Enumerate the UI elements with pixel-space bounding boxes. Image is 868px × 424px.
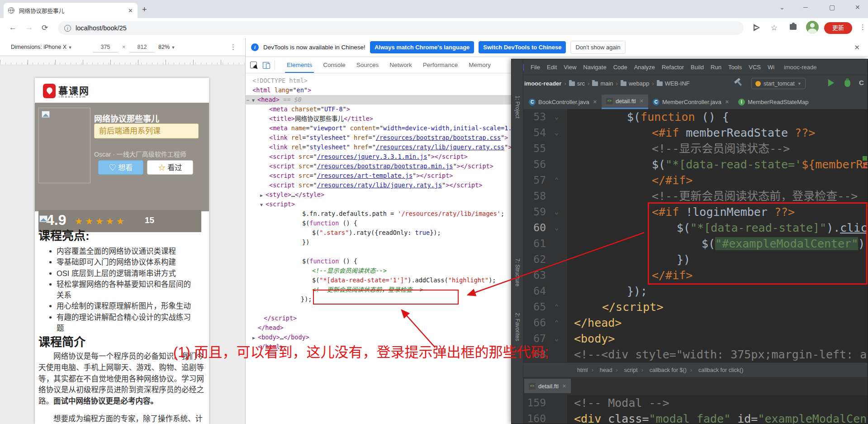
nav-crumb-webapp[interactable]: webapp — [621, 80, 650, 87]
run-config-select[interactable]: start_tomcat ▼ — [751, 78, 806, 89]
editor-line-55[interactable]: 55<!--显示会员阅读状态--> — [512, 141, 868, 157]
menu-file[interactable]: File — [531, 64, 540, 71]
device-zoom-select[interactable]: 82% ▼ — [158, 44, 175, 50]
chrome-menu-kebab-icon[interactable]: ⋮ — [859, 23, 866, 31]
fold-down-icon[interactable]: ⌄ — [555, 220, 559, 236]
menu-analyze[interactable]: Analyze — [634, 64, 655, 71]
tool-window-project[interactable]: 1: Project — [514, 95, 521, 119]
code-token: <body> — [574, 332, 615, 345]
editor-line-159[interactable]: 159<!-- Modal --> — [512, 395, 868, 411]
fold-up-icon[interactable]: ⌃ — [555, 299, 559, 315]
always-match-language-button[interactable]: Always match Chrome's language — [370, 41, 474, 53]
editor-line-53[interactable]: 53⌄$(function () { — [512, 109, 868, 125]
tab-close-icon[interactable]: ✕ — [593, 99, 597, 105]
editor-tab-MemberReadStateMap[interactable]: IMemberReadStateMap — [734, 95, 813, 109]
nav-crumb-WEB-INF[interactable]: WEB-INF — [657, 80, 690, 87]
profile-avatar[interactable] — [806, 21, 819, 33]
code-token: > — [346, 105, 350, 113]
build-hammer-icon[interactable] — [734, 78, 740, 84]
send-to-device-icon[interactable] — [754, 24, 760, 31]
address-bar[interactable]: i localhost/book/25 — [58, 21, 744, 35]
tab-search-chevron-icon[interactable]: ⌄ — [779, 4, 785, 11]
editor-tab-BookController.java[interactable]: CBookController.java✕ — [524, 95, 602, 109]
breadcrumb-item[interactable]: html — [577, 367, 588, 373]
device-toolbar-toggle-icon[interactable] — [263, 62, 270, 68]
switch-devtools-chinese-button[interactable]: Switch DevTools to Chinese — [479, 41, 566, 53]
devtools-close-icon[interactable]: ✕ — [854, 43, 860, 52]
device-dimensions-select[interactable]: Dimensions: iPhone X ▼ — [11, 44, 72, 50]
tab-close-icon[interactable]: ✕ — [640, 98, 644, 104]
inspect-element-icon[interactable] — [250, 62, 257, 68]
editor-line-160[interactable]: 160⌄<div class="modal fade" id="exampleM… — [512, 411, 868, 424]
bookmark-star-icon[interactable]: ☆ — [771, 23, 778, 33]
extensions-puzzle-icon[interactable] — [790, 24, 797, 30]
back-button[interactable]: ← — [9, 23, 17, 32]
nav-crumb-main[interactable]: main — [592, 80, 613, 87]
bottom-editor-tab[interactable]: <> detail.ftl ✕ — [524, 379, 571, 393]
editor-tab-detail.ftl[interactable]: <>detail.ftl✕ — [602, 95, 648, 109]
editor-line-56[interactable]: 56$("*[data-read-state='${memberReadS — [512, 157, 868, 172]
editor-line-67[interactable]: 67⌄<body> — [512, 331, 868, 347]
fold-up-icon[interactable]: ⌃ — [555, 172, 559, 188]
breadcrumb-item[interactable]: script — [624, 367, 638, 373]
editor-line-54[interactable]: 54⌄<#if memberReadState ??> — [512, 125, 868, 141]
fold-up-icon[interactable]: ⌃ — [555, 315, 559, 331]
tab-close-icon[interactable]: ✕ — [562, 383, 566, 389]
devtools-tab-network[interactable]: Network — [384, 57, 417, 73]
want-to-read-button[interactable]: ♡ 想看 — [98, 160, 143, 175]
devtools-tab-elements[interactable]: Elements — [281, 57, 318, 73]
editor-line-58[interactable]: 58<!--更新会员阅读状态前，登录检查--> — [512, 188, 868, 204]
devtools-tab-console[interactable]: Console — [318, 57, 351, 73]
tab-close-icon[interactable]: ✕ — [725, 99, 729, 105]
reload-button[interactable]: ⟳ — [42, 23, 48, 33]
devtools-tab-sources[interactable]: Sources — [351, 57, 384, 73]
device-height-input[interactable] — [129, 42, 155, 52]
menu-wi[interactable]: Wi — [768, 64, 774, 71]
window-minimize-button[interactable]: ─ — [803, 4, 808, 11]
editor-line-68[interactable]: 68<!--<div style="width: 375px;margin-le… — [512, 347, 868, 362]
window-close-button[interactable]: ✕ — [855, 4, 860, 11]
device-width-input[interactable] — [93, 42, 118, 52]
window-maximize-button[interactable]: ▢ — [829, 4, 835, 11]
fold-down-icon[interactable]: ⌄ — [555, 331, 559, 347]
debug-button[interactable] — [844, 80, 850, 87]
tab-close-icon[interactable]: ✕ — [128, 7, 133, 14]
breadcrumb-item[interactable]: head — [600, 367, 612, 373]
breadcrumb-item[interactable]: callback for click() — [698, 367, 743, 373]
forward-button[interactable]: → — [25, 23, 33, 32]
fold-down-icon[interactable]: ⌄ — [555, 125, 559, 141]
menu-tools[interactable]: Tools — [728, 64, 742, 71]
device-toolbar-kebab-icon[interactable]: ⋮ — [230, 43, 237, 51]
menu-code[interactable]: Code — [613, 64, 627, 71]
browser-tab[interactable]: 网络协议那些事儿 ✕ — [4, 3, 138, 18]
fold-down-icon[interactable]: ⌄ — [555, 204, 559, 220]
editor-tab-MemberController.java[interactable]: CMemberController.java✕ — [648, 95, 734, 109]
menu-view[interactable]: View — [564, 64, 576, 71]
devtools-tab-memory[interactable]: Memory — [463, 57, 496, 73]
site-info-icon[interactable]: i — [64, 25, 71, 32]
editor-line-57[interactable]: 57⌃</#if> — [512, 172, 868, 188]
tab-favicon-globe-icon — [8, 7, 14, 14]
nav-crumb-src[interactable]: src — [569, 80, 585, 87]
menu-refactor[interactable]: Refactor — [662, 64, 684, 71]
coverage-button[interactable]: C — [859, 79, 864, 86]
have-read-button[interactable]: ☆ 看过 — [147, 160, 193, 175]
tab-label: MemberReadStateMap — [748, 99, 808, 105]
new-tab-button[interactable]: + — [142, 5, 147, 14]
menu-navigate[interactable]: Navigate — [583, 64, 606, 71]
editor-line-64[interactable]: 64}); — [512, 283, 868, 299]
fold-down-icon[interactable]: ⌄ — [555, 109, 559, 125]
tool-window-structure[interactable]: 7: Structure — [514, 258, 521, 286]
menu-run[interactable]: Run — [711, 64, 721, 71]
breadcrumb-item[interactable]: callback for $() — [650, 367, 687, 373]
tool-window-favorites[interactable]: 2: Favorites — [514, 313, 521, 341]
menu-vcs[interactable]: VCS — [749, 64, 761, 71]
devtools-tab-performance[interactable]: Performance — [417, 57, 463, 73]
dont-show-again-button[interactable]: Don't show again — [570, 41, 625, 54]
run-button[interactable] — [828, 79, 834, 86]
editor-line-66[interactable]: 66⌃</head> — [512, 315, 868, 331]
chrome-update-button[interactable]: 更新 — [824, 22, 852, 34]
menu-build[interactable]: Build — [691, 64, 704, 71]
editor-line-65[interactable]: 65⌃</script> — [512, 299, 868, 315]
menu-edit[interactable]: Edit — [547, 64, 557, 71]
